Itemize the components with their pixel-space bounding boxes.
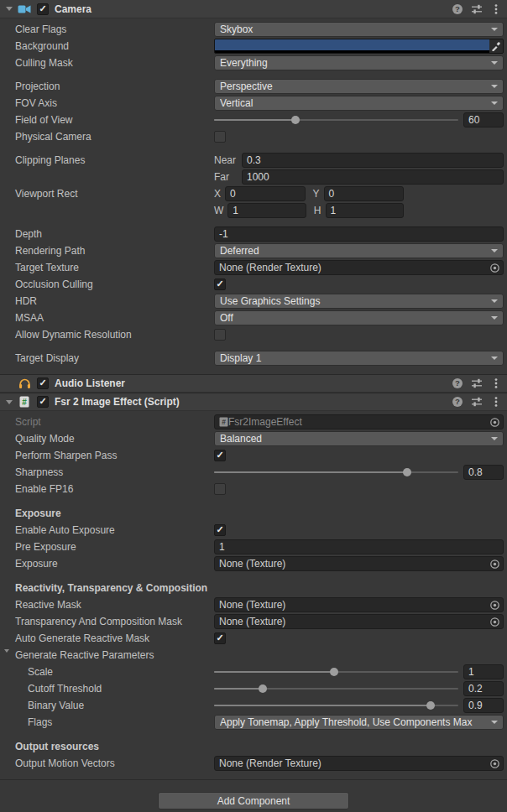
row-label: Viewport Rect xyxy=(15,185,77,202)
component-enabled-checkbox[interactable]: ✓ xyxy=(37,377,49,389)
target-display-dropdown[interactable]: Display 1 xyxy=(214,351,504,366)
object-picker-icon[interactable] xyxy=(489,600,501,611)
allow-dynamic-resolution-checkbox[interactable] xyxy=(214,329,226,341)
foldout-arrow-icon[interactable] xyxy=(4,653,9,664)
w-field[interactable]: 1 xyxy=(227,203,306,218)
binary-value-slider-handle[interactable] xyxy=(426,701,435,710)
row-value: -1 xyxy=(214,226,504,242)
binary-value-value-field[interactable]: 0.9 xyxy=(463,698,504,713)
enable-auto-exposure-checkbox[interactable]: ✓ xyxy=(214,524,226,536)
menu-icon[interactable] xyxy=(489,377,503,390)
sharpness-value-field[interactable]: 0.8 xyxy=(463,465,504,480)
object-picker-icon[interactable] xyxy=(489,758,501,769)
checkmark-icon: ✓ xyxy=(216,633,223,643)
rendering-path-dropdown[interactable]: Deferred xyxy=(214,243,504,258)
near-field[interactable]: 0.3 xyxy=(242,153,504,168)
depth-field[interactable]: -1 xyxy=(214,226,504,242)
field-of-view-slider-track[interactable] xyxy=(214,112,458,128)
h-field[interactable]: 1 xyxy=(326,203,405,218)
menu-icon[interactable] xyxy=(489,395,503,409)
row-label: FOV Axis xyxy=(15,95,57,112)
culling-mask-dropdown-value: Everything xyxy=(220,57,488,69)
background-color-swatch[interactable] xyxy=(215,39,489,53)
component-header-camera[interactable]: ✓Camera? xyxy=(0,0,507,18)
row-exposure: ExposureNone (Texture) xyxy=(0,555,507,572)
help-icon[interactable]: ? xyxy=(451,395,464,409)
physical-camera-checkbox[interactable] xyxy=(214,131,226,143)
item-fields: Far1000 xyxy=(214,169,504,185)
row-value: X0Y0 xyxy=(214,186,504,201)
fov-axis-dropdown[interactable]: Vertical xyxy=(214,96,504,111)
clear-flags-dropdown[interactable]: Skybox xyxy=(214,22,504,37)
auto-generate-reactive-mask-checkbox[interactable]: ✓ xyxy=(214,632,226,644)
row-value: Near0.3 xyxy=(214,153,504,168)
output-motion-vectors-object-field[interactable]: None (Render Texture) xyxy=(214,756,504,771)
component-body-camera: Clear FlagsSkyboxBackgroundCulling MaskE… xyxy=(0,18,507,374)
y-field[interactable]: 0 xyxy=(324,186,404,201)
presets-icon[interactable] xyxy=(470,3,483,16)
object-picker-icon[interactable] xyxy=(489,617,501,627)
perform-sharpen-pass-checkbox[interactable]: ✓ xyxy=(214,450,226,461)
enable-fp16-checkbox[interactable] xyxy=(214,483,226,495)
eyedropper-icon[interactable] xyxy=(489,39,503,53)
occlusion-culling-checkbox[interactable]: ✓ xyxy=(214,278,226,290)
cutoff-threshold-slider-track[interactable] xyxy=(214,681,458,696)
field-of-view-value-field[interactable]: 60 xyxy=(463,112,504,128)
item-fields: W1H1 xyxy=(214,203,404,218)
script-object-value: Fsr2ImageEffect xyxy=(228,416,489,428)
sharpness-slider-handle[interactable] xyxy=(403,468,411,476)
cutoff-threshold-value-field[interactable]: 0.2 xyxy=(463,681,504,696)
foldout-arrow-icon[interactable] xyxy=(3,3,15,15)
cutoff-threshold-slider-handle[interactable] xyxy=(259,684,267,693)
help-icon[interactable]: ? xyxy=(451,3,464,16)
object-picker-icon[interactable] xyxy=(489,559,501,570)
foldout-arrow-icon[interactable] xyxy=(3,396,15,408)
field-of-view-slider-handle[interactable] xyxy=(291,116,300,124)
binary-value-slider-track[interactable] xyxy=(214,698,458,713)
hdr-dropdown[interactable]: Use Graphics Settings xyxy=(214,294,504,309)
row-value: #Fsr2ImageEffect xyxy=(214,414,504,429)
row-pre-exposure: Pre Exposure1 xyxy=(0,539,507,555)
quality-mode-dropdown[interactable]: Balanced xyxy=(214,431,504,446)
background-color-field[interactable] xyxy=(214,39,504,54)
row-label: Projection xyxy=(15,78,60,95)
help-icon[interactable]: ? xyxy=(451,377,464,390)
presets-icon[interactable] xyxy=(470,377,483,390)
row-item: W1H1 xyxy=(0,202,507,219)
chevron-down-icon xyxy=(491,85,498,88)
script-object-field[interactable]: #Fsr2ImageEffect xyxy=(214,414,504,429)
component-enabled-checkbox[interactable]: ✓ xyxy=(37,3,49,15)
component-enabled-checkbox[interactable]: ✓ xyxy=(37,396,49,408)
component-audio-listener: ✓Audio Listener? xyxy=(0,374,507,393)
row-value xyxy=(214,327,504,342)
component-header-audio-listener[interactable]: ✓Audio Listener? xyxy=(0,374,507,393)
sharpness-slider: 0.8 xyxy=(214,465,504,480)
sharpness-slider-track[interactable] xyxy=(214,465,458,480)
row-value: ✓ xyxy=(214,523,504,538)
object-picker-icon[interactable] xyxy=(489,263,501,273)
reactive-mask-object-field[interactable]: None (Texture) xyxy=(214,597,504,612)
transparency-and-composition-mask-object-field[interactable]: None (Texture) xyxy=(214,614,504,629)
exposure-object-field[interactable]: None (Texture) xyxy=(214,556,504,571)
row-transparency-and-composition-mask: Transparency And Composition MaskNone (T… xyxy=(0,613,507,630)
target-texture-object-field[interactable]: None (Render Texture) xyxy=(214,260,504,275)
menu-icon[interactable] xyxy=(489,3,503,16)
presets-icon[interactable] xyxy=(470,395,483,409)
header-buttons: ? xyxy=(451,395,503,409)
msaa-dropdown[interactable]: Off xyxy=(214,310,504,325)
far-field[interactable]: 1000 xyxy=(242,169,504,185)
scale-slider-handle[interactable] xyxy=(330,668,338,676)
scale-value-field[interactable]: 1 xyxy=(463,664,504,679)
row-label: Background xyxy=(15,38,69,55)
component-header-fsr-2-image-effect-script[interactable]: #✓Fsr 2 Image Effect (Script)? xyxy=(0,393,507,411)
x-field[interactable]: 0 xyxy=(225,186,305,201)
culling-mask-dropdown[interactable]: Everything xyxy=(214,55,504,70)
checkmark-icon: ✓ xyxy=(39,378,46,388)
row-value xyxy=(214,481,504,497)
projection-dropdown[interactable]: Perspective xyxy=(214,79,504,94)
object-picker-icon[interactable] xyxy=(489,417,501,428)
add-component-button[interactable]: Add Component xyxy=(158,792,349,809)
pre-exposure-field[interactable]: 1 xyxy=(214,539,504,554)
flags-dropdown[interactable]: Apply Tonemap, Apply Threshold, Use Comp… xyxy=(214,715,504,730)
scale-slider-track[interactable] xyxy=(214,664,458,679)
